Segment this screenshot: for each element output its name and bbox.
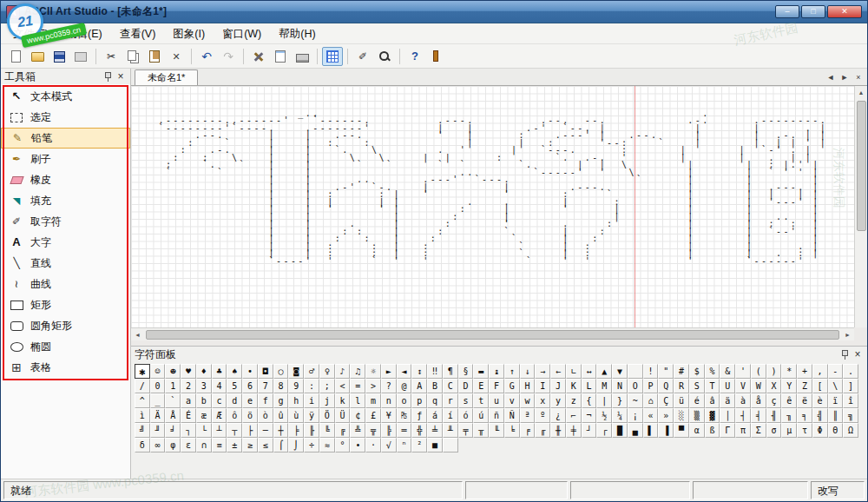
- char-cell[interactable]: ╒: [520, 423, 536, 438]
- char-cell[interactable]: x: [535, 393, 550, 408]
- char-cell[interactable]: ∩: [196, 438, 212, 452]
- char-cell[interactable]: ¬: [582, 408, 597, 423]
- char-cell[interactable]: å: [751, 393, 766, 408]
- char-cell[interactable]: 2: [181, 379, 196, 393]
- redo-button[interactable]: ↷: [218, 47, 239, 66]
- char-cell[interactable]: ô: [227, 408, 242, 423]
- char-cell[interactable]: ú: [473, 408, 489, 423]
- char-panel-close-button[interactable]: ×: [852, 348, 864, 360]
- char-cell[interactable]: ├: [242, 423, 258, 438]
- char-cell[interactable]: ;: [319, 379, 335, 393]
- char-cell[interactable]: ♠: [227, 364, 242, 379]
- char-cell[interactable]: 0: [150, 379, 166, 393]
- char-cell[interactable]: K: [566, 379, 582, 393]
- undo-button[interactable]: ↶: [196, 47, 217, 66]
- char-cell[interactable]: +: [797, 364, 812, 379]
- toolbox-item-ellipse[interactable]: 椭圆: [1, 336, 130, 357]
- char-cell[interactable]: ⌐: [566, 408, 582, 423]
- char-cell[interactable]: W: [751, 379, 766, 393]
- char-cell[interactable]: ╓: [535, 423, 550, 438]
- char-cell[interactable]: [443, 438, 458, 452]
- char-cell[interactable]: ): [766, 364, 782, 379]
- char-cell[interactable]: █: [612, 423, 628, 438]
- char-cell[interactable]: ²: [411, 438, 427, 452]
- char-cell[interactable]: l: [350, 393, 365, 408]
- char-cell[interactable]: ·: [365, 438, 381, 452]
- char-cell[interactable]: ╤: [458, 423, 474, 438]
- char-cell[interactable]: »: [658, 408, 674, 423]
- char-cell[interactable]: X: [766, 379, 782, 393]
- char-cell[interactable]: ▬: [473, 364, 489, 379]
- char-cell[interactable]: ┤: [735, 408, 751, 423]
- char-cell[interactable]: ╚: [319, 423, 335, 438]
- char-cell[interactable]: ◄: [397, 364, 412, 379]
- tab-untitled[interactable]: 未命名1*: [135, 69, 198, 85]
- char-cell[interactable]: s: [458, 393, 474, 408]
- char-cell[interactable]: ■: [427, 438, 443, 452]
- zoom-button[interactable]: [374, 47, 395, 66]
- char-cell[interactable]: ]: [843, 379, 858, 393]
- char-cell[interactable]: <: [335, 379, 351, 393]
- grid-button[interactable]: [322, 47, 343, 66]
- char-cell[interactable]: i: [304, 393, 319, 408]
- char-cell[interactable]: ♪: [335, 364, 351, 379]
- char-cell[interactable]: ∟: [566, 364, 582, 379]
- toolbox-item-big-text[interactable]: A大字: [1, 232, 130, 253]
- char-cell[interactable]: y: [550, 393, 566, 408]
- pin-icon[interactable]: [102, 71, 113, 83]
- char-cell[interactable]: µ: [781, 423, 797, 438]
- char-cell[interactable]: ò: [258, 408, 273, 423]
- char-cell[interactable]: G: [504, 379, 520, 393]
- char-cell[interactable]: f: [258, 393, 273, 408]
- char-cell[interactable]: é: [689, 393, 705, 408]
- char-cell[interactable]: V: [735, 379, 751, 393]
- menu-help[interactable]: 帮助(H): [270, 24, 324, 43]
- char-cell[interactable]: ○: [273, 364, 289, 379]
- char-cell[interactable]: H: [520, 379, 536, 393]
- char-cell[interactable]: í: [443, 408, 458, 423]
- char-cell[interactable]: b: [196, 393, 212, 408]
- char-cell[interactable]: n: [381, 393, 397, 408]
- char-cell[interactable]: ≈: [319, 438, 335, 452]
- scroll-up-icon[interactable]: ▲: [855, 86, 868, 99]
- char-cell[interactable]: ─: [258, 423, 273, 438]
- char-cell[interactable]: ╝: [135, 423, 150, 438]
- char-cell[interactable]: ö: [242, 408, 258, 423]
- char-cell[interactable]: Ñ: [504, 408, 520, 423]
- char-cell[interactable]: ╥: [473, 423, 489, 438]
- char-cell[interactable]: Ç: [658, 393, 674, 408]
- char-cell[interactable]: ▌: [643, 423, 659, 438]
- char-cell[interactable]: q: [427, 393, 443, 408]
- char-cell[interactable]: Ü: [335, 408, 351, 423]
- char-cell[interactable]: ~: [628, 393, 643, 408]
- char-cell[interactable]: O: [628, 379, 643, 393]
- char-cell[interactable]: Z: [797, 379, 812, 393]
- char-cell[interactable]: Å: [165, 408, 181, 423]
- char-cell[interactable]: ┘: [582, 423, 597, 438]
- char-cell[interactable]: σ: [766, 423, 782, 438]
- char-cell[interactable]: ▼: [612, 364, 628, 379]
- scroll-right-icon[interactable]: ►: [841, 328, 854, 341]
- char-cell[interactable]: ₧: [397, 408, 412, 423]
- char-cell[interactable]: =: [350, 379, 365, 393]
- char-cell[interactable]: ╕: [797, 408, 812, 423]
- char-cell[interactable]: U: [720, 379, 735, 393]
- char-cell[interactable]: ↨: [489, 364, 504, 379]
- char-cell[interactable]: P: [643, 379, 659, 393]
- open-button[interactable]: [27, 47, 48, 66]
- char-cell[interactable]: â: [705, 393, 720, 408]
- char-cell[interactable]: ╘: [504, 423, 520, 438]
- vertical-scroll-thumb[interactable]: [857, 101, 866, 231]
- char-cell[interactable]: ╦: [365, 423, 381, 438]
- char-cell[interactable]: ¡: [628, 408, 643, 423]
- char-cell[interactable]: ▓: [705, 408, 720, 423]
- char-cell[interactable]: ◘: [258, 364, 273, 379]
- char-cell[interactable]: Ö: [319, 408, 335, 423]
- char-cell[interactable]: ◙: [288, 364, 304, 379]
- char-cell[interactable]: ╜: [150, 423, 166, 438]
- char-cell[interactable]: ╢: [766, 408, 782, 423]
- char-cell[interactable]: ╨: [443, 423, 458, 438]
- char-cell[interactable]: ç: [766, 393, 782, 408]
- char-cell[interactable]: 7: [258, 379, 273, 393]
- char-cell[interactable]: T: [705, 379, 720, 393]
